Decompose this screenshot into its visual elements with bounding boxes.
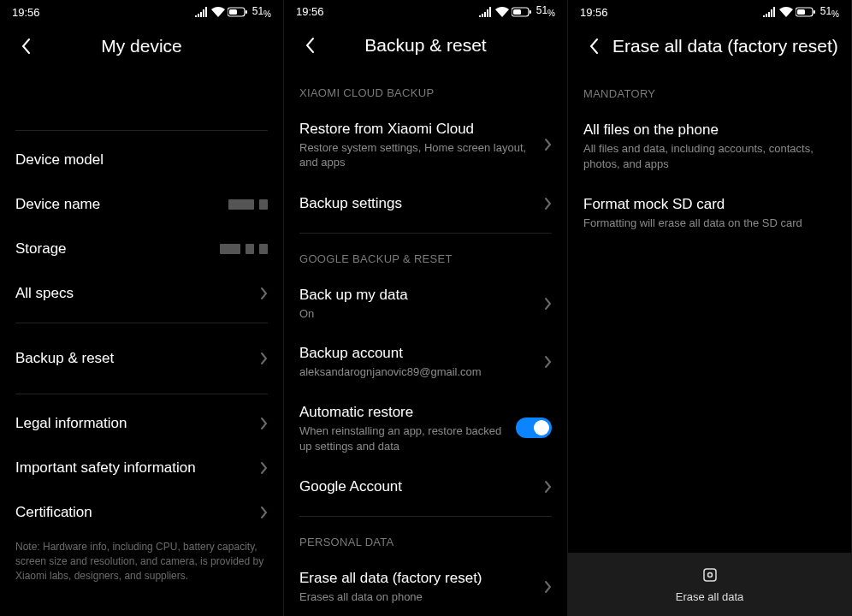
- item-label: Erase all data (factory reset): [299, 569, 537, 588]
- status-bar: 19:56 51%: [0, 0, 283, 24]
- item-label: Backup & reset: [15, 349, 253, 368]
- wifi-icon: [779, 7, 793, 17]
- svg-rect-2: [246, 10, 247, 14]
- toggle-switch[interactable]: [516, 418, 552, 438]
- svg-rect-5: [530, 10, 531, 14]
- chevron-right-icon: [544, 138, 552, 151]
- item-label: Legal information: [15, 414, 253, 433]
- item-subtitle: aleksandarognjanovic89@gmail.com: [299, 364, 537, 380]
- header: Backup & reset: [284, 23, 567, 74]
- item-restore-xiaomi-cloud[interactable]: Restore from Xiaomi Cloud Restore system…: [284, 108, 567, 181]
- svg-rect-4: [513, 9, 521, 15]
- status-time: 19:56: [12, 6, 40, 19]
- chevron-right-icon: [260, 506, 268, 519]
- status-time: 19:56: [580, 6, 608, 19]
- item-label: All files on the phone: [583, 121, 829, 139]
- svg-rect-1: [229, 9, 237, 15]
- svg-point-10: [707, 572, 712, 577]
- item-legal-information[interactable]: Legal information: [0, 401, 283, 446]
- panel-my-device: 19:56 51% My device Device model Device …: [0, 0, 284, 616]
- chevron-right-icon: [260, 461, 268, 475]
- item-label: Certification: [15, 503, 253, 522]
- panel-erase-all-data: 19:56 51% Erase all data (factory reset)…: [568, 0, 852, 616]
- item-backup-account[interactable]: Backup account aleksandarognjanovic89@gm…: [284, 333, 567, 392]
- item-format-sd-card[interactable]: Format mock SD card Formatting will eras…: [568, 183, 851, 243]
- item-label: Device model: [15, 151, 257, 169]
- svg-rect-7: [797, 9, 805, 15]
- status-icons: 51%: [195, 5, 271, 19]
- status-icons: 51%: [763, 5, 839, 19]
- item-subtitle: All files and data, including accounts, …: [583, 141, 829, 171]
- item-value: [264, 153, 268, 167]
- battery-percent: 51%: [820, 5, 839, 19]
- erase-all-data-button[interactable]: Erase all data: [568, 553, 851, 616]
- redacted-value: [228, 199, 268, 210]
- item-storage[interactable]: Storage: [0, 227, 283, 271]
- chevron-right-icon: [260, 287, 268, 300]
- chevron-right-icon: [260, 417, 268, 430]
- item-label: Back up my data: [299, 286, 537, 305]
- chevron-right-icon: [544, 580, 552, 594]
- section-mandatory: MANDATORY: [568, 75, 851, 109]
- item-google-account[interactable]: Google Account: [284, 465, 567, 509]
- signal-icon: [195, 7, 209, 17]
- page-title: Erase all data (factory reset): [612, 36, 838, 56]
- item-label: Device name: [15, 195, 222, 214]
- chevron-right-icon: [544, 297, 552, 311]
- back-button[interactable]: [580, 33, 607, 60]
- item-label: Storage: [15, 240, 213, 258]
- item-label: Important safety information: [15, 459, 253, 477]
- item-label: Backup account: [299, 344, 537, 363]
- item-subtitle: Formatting will erase all data on the SD…: [583, 216, 829, 231]
- battery-icon: [796, 7, 816, 17]
- chevron-right-icon: [544, 355, 552, 369]
- status-time: 19:56: [296, 5, 324, 18]
- signal-icon: [763, 7, 777, 17]
- battery-percent: 51%: [536, 4, 555, 18]
- reset-icon: [701, 566, 719, 587]
- page-title: My device: [39, 36, 244, 56]
- item-certification[interactable]: Certification: [0, 490, 283, 535]
- status-bar: 19:56 51%: [284, 0, 567, 23]
- page-title: Backup & reset: [323, 35, 528, 56]
- header: My device: [0, 24, 283, 75]
- panel-backup-reset: 19:56 51% Backup & reset XIAOMI CLOUD BA…: [284, 0, 568, 616]
- wifi-icon: [495, 7, 509, 17]
- battery-icon: [512, 7, 532, 17]
- item-subtitle: Erases all data on phone: [299, 589, 537, 605]
- button-label: Erase all data: [676, 590, 744, 603]
- item-all-specs[interactable]: All specs: [0, 271, 283, 316]
- item-label: Backup settings: [299, 194, 537, 213]
- battery-icon: [228, 7, 248, 17]
- item-all-files-on-phone[interactable]: All files on the phone All files and dat…: [568, 109, 851, 183]
- item-erase-all-data[interactable]: Erase all data (factory reset) Erases al…: [284, 557, 567, 616]
- item-back-up-my-data[interactable]: Back up my data On: [284, 274, 567, 333]
- item-backup-settings[interactable]: Backup settings: [284, 181, 567, 226]
- svg-rect-8: [814, 10, 815, 14]
- status-bar: 19:56 51%: [568, 0, 851, 24]
- battery-percent: 51%: [252, 5, 271, 19]
- status-icons: 51%: [479, 4, 555, 18]
- item-device-name[interactable]: Device name: [0, 182, 283, 227]
- section-xiaomi-cloud: XIAOMI CLOUD BACKUP: [284, 74, 567, 108]
- item-automatic-restore[interactable]: Automatic restore When reinstalling an a…: [284, 392, 567, 465]
- item-backup-reset[interactable]: Backup & reset: [0, 330, 283, 387]
- chevron-right-icon: [544, 480, 552, 494]
- item-label: Google Account: [299, 477, 537, 496]
- header: Erase all data (factory reset): [568, 24, 851, 75]
- section-google-backup: GOOGLE BACKUP & RESET: [284, 240, 567, 274]
- item-label: Format mock SD card: [583, 195, 829, 214]
- back-button[interactable]: [296, 32, 323, 59]
- item-important-safety-info[interactable]: Important safety information: [0, 446, 283, 490]
- footer-note: Note: Hardware info, including CPU, batt…: [0, 535, 283, 583]
- svg-rect-9: [704, 569, 716, 581]
- wifi-icon: [211, 7, 225, 17]
- item-device-model[interactable]: Device model: [0, 138, 283, 182]
- item-label: Restore from Xiaomi Cloud: [299, 120, 537, 139]
- back-button[interactable]: [12, 33, 39, 60]
- chevron-right-icon: [260, 352, 268, 365]
- signal-icon: [479, 7, 493, 17]
- item-label: All specs: [15, 284, 253, 303]
- item-label: Automatic restore: [299, 403, 509, 422]
- chevron-right-icon: [544, 197, 552, 210]
